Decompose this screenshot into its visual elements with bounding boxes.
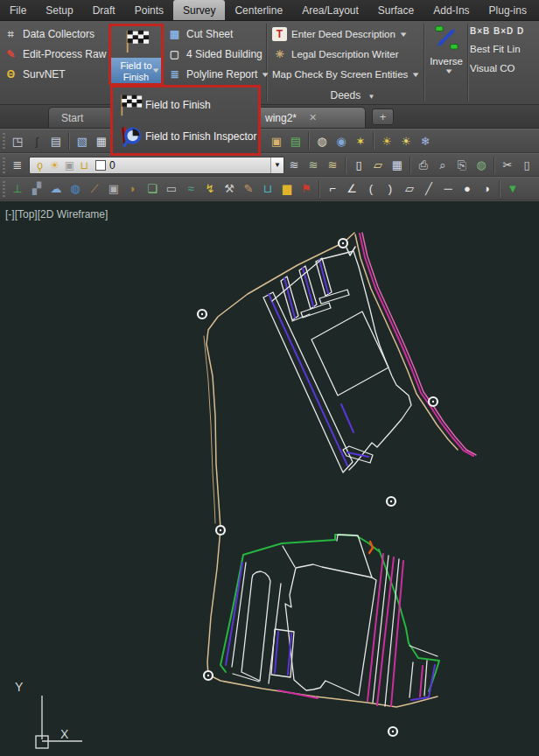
toolbar-grip[interactable]: [3, 181, 5, 197]
menu-item-plug-ins[interactable]: Plug-ins: [480, 0, 536, 20]
pencil-point-icon[interactable]: ╱: [420, 180, 438, 198]
gis-globe-icon[interactable]: ◍: [66, 180, 84, 198]
viewport-controls-label[interactable]: [-][Top][2D Wireframe]: [5, 208, 108, 220]
deeds-panel-label[interactable]: Deeds ▼: [276, 89, 430, 102]
filter-funnel-icon[interactable]: ▼: [504, 180, 522, 198]
bldg2-bottom-connect: [233, 674, 259, 682]
survey-instrument-icon[interactable]: ⊥: [9, 180, 26, 198]
legal-description-writer-button[interactable]: ✳Legal Description Writer: [269, 45, 423, 64]
inverse-button[interactable]: Inverse ▼: [426, 21, 466, 75]
map-check-by-screen-entities-button[interactable]: Map Check By Screen Entities▼: [269, 65, 423, 84]
menu-item-centerline[interactable]: Centerline: [225, 0, 292, 20]
paste-clip-icon[interactable]: ▯: [518, 157, 536, 174]
layer-freeze-sun-icon[interactable]: ☀: [47, 159, 62, 172]
hatch-region-icon[interactable]: ▱: [401, 180, 418, 198]
chevron-down-icon[interactable]: ▼: [270, 158, 284, 173]
toolbar-grip[interactable]: [3, 133, 5, 149]
curve-tool-icon[interactable]: ): [382, 180, 399, 198]
visual-cogo-button[interactable]: Visual CO: [470, 63, 531, 74]
field-to-finish-button[interactable]: Field to Finish ▼: [108, 24, 164, 85]
4-sided-building-button[interactable]: ▢4 Sided Building: [164, 45, 265, 64]
plotter-3d-icon[interactable]: ▭: [163, 180, 180, 198]
layer-prev-icon[interactable]: ≋: [304, 157, 322, 174]
copy-entities-icon[interactable]: ❏: [144, 180, 161, 198]
edit-process-raw-button[interactable]: ✎Edit-Process Raw: [0, 45, 107, 64]
enter-deed-description-button[interactable]: TEnter Deed Description▼: [269, 24, 423, 44]
toolbar-grip[interactable]: [3, 158, 5, 173]
magic-wand-icon[interactable]: ✶: [352, 132, 369, 150]
edit-process-raw-label: Edit-Process Raw: [23, 48, 106, 60]
checkered-flag-icon: [123, 28, 150, 58]
panel-separator: [467, 24, 469, 102]
layer-manager-icon[interactable]: ≣: [9, 157, 26, 174]
light-snowflake-icon[interactable]: ❄: [416, 132, 434, 150]
drawing-canvas[interactable]: Y X: [0, 201, 539, 756]
menu-item-draft[interactable]: Draft: [83, 0, 125, 20]
folder-send-icon[interactable]: ▤: [47, 132, 65, 150]
flyout-item-field-to-finish-inspector[interactable]: Field to Finish Inspector: [113, 121, 258, 152]
menu-item-file[interactable]: File: [0, 0, 36, 20]
light-point-icon[interactable]: ☀: [378, 132, 396, 150]
menu-item-survey[interactable]: Survey: [173, 0, 225, 20]
arc-tool-icon[interactable]: (: [362, 180, 380, 198]
print-preview-icon[interactable]: ⌕: [434, 157, 452, 174]
eplot-icon[interactable]: ⎘: [453, 157, 471, 174]
polyline-edit-icon[interactable]: ⌐: [324, 180, 341, 198]
light-bulb-icon[interactable]: ☀: [397, 132, 415, 150]
polyline-join-icon[interactable]: ∠: [343, 180, 360, 198]
layer-states-icon[interactable]: ≋: [285, 157, 303, 174]
geology-pick-icon[interactable]: ⟋: [86, 180, 103, 198]
lightning-tools-icon[interactable]: ↯: [201, 180, 219, 198]
layer-on-bulb-icon[interactable]: ϙ: [32, 159, 47, 172]
layer-vp-freeze-icon[interactable]: ▣: [62, 159, 77, 172]
menu-item-surface[interactable]: Surface: [368, 0, 424, 20]
print-icon[interactable]: ⎙: [415, 157, 432, 174]
data-collectors-button[interactable]: ⌗Data Collectors: [0, 24, 107, 44]
stockpile-icon[interactable]: ◗: [124, 180, 142, 198]
drawing-viewport[interactable]: [-][Top][2D Wireframe] Y X: [0, 201, 539, 756]
intersect-icons[interactable]: B×B B×D D: [470, 26, 531, 36]
render-sphere-icon[interactable]: ◍: [313, 132, 331, 150]
camera-view-icon[interactable]: ▣: [105, 180, 122, 198]
mine-cart-icon[interactable]: ⊔: [259, 180, 276, 198]
layer-combo-box[interactable]: ϙ☀▣⊔ 0 ▼: [29, 157, 284, 174]
window-restore-icon[interactable]: ◳: [9, 132, 26, 150]
toolbar-separator: [345, 157, 346, 174]
new-tab-button[interactable]: +: [372, 108, 394, 125]
layer-color-swatch[interactable]: [95, 160, 106, 171]
road-design-icon[interactable]: ▞: [28, 180, 46, 198]
cut-scissors-icon[interactable]: ✂: [499, 157, 516, 174]
layer-translate-icon[interactable]: ≋: [324, 157, 341, 174]
menu-item-points[interactable]: Points: [125, 0, 173, 20]
menu-item-setup[interactable]: Setup: [36, 0, 82, 20]
hydrology-rain-icon[interactable]: ☁: [47, 180, 65, 198]
hook-tool-icon[interactable]: ʃ: [28, 132, 46, 150]
polyline-report-button[interactable]: ≣Polyline Report▼: [164, 65, 265, 84]
save-drawing-icon[interactable]: ▦: [93, 132, 110, 150]
menu-item-area-layout[interactable]: Area/Layout: [292, 0, 368, 20]
publish-web-icon[interactable]: ◍: [472, 157, 490, 174]
open-file-icon[interactable]: ▱: [369, 157, 387, 174]
brush-tool-icon[interactable]: ✎: [240, 180, 257, 198]
survnet-button[interactable]: ΘSurvNET: [0, 65, 107, 84]
mining-hammers-icon[interactable]: ⚒: [220, 180, 238, 198]
circle-fill-icon[interactable]: ●: [458, 180, 476, 198]
visual-eye-icon[interactable]: ◉: [332, 132, 350, 150]
close-icon[interactable]: ✕: [309, 112, 317, 123]
cut-sheet-button[interactable]: ▦Cut Sheet: [164, 24, 265, 44]
flyout-item-field-to-finish[interactable]: Field to Finish: [113, 89, 258, 121]
chevron-down-icon: ▼: [150, 65, 160, 76]
circle-half-icon[interactable]: ◑: [478, 180, 495, 198]
best-fit-line-button[interactable]: Best Fit Lin: [470, 44, 531, 54]
survey-flag-red-icon[interactable]: ⚑: [298, 180, 315, 198]
save-file-icon[interactable]: ▦: [388, 157, 406, 174]
menu-item-add-ins[interactable]: Add-Ins: [424, 0, 479, 20]
dump-truck-icon[interactable]: ▆: [278, 180, 296, 198]
layer-lock-icon[interactable]: ⊔: [77, 159, 92, 172]
color-bands-icon[interactable]: ▤: [287, 132, 304, 150]
open-drawing-icon[interactable]: ▧: [74, 132, 91, 150]
line-break-icon[interactable]: ─: [439, 180, 457, 198]
terrain-image-icon[interactable]: ≈: [182, 180, 200, 198]
render-image-icon[interactable]: ▣: [268, 132, 285, 150]
new-file-icon[interactable]: ▯: [350, 157, 368, 174]
